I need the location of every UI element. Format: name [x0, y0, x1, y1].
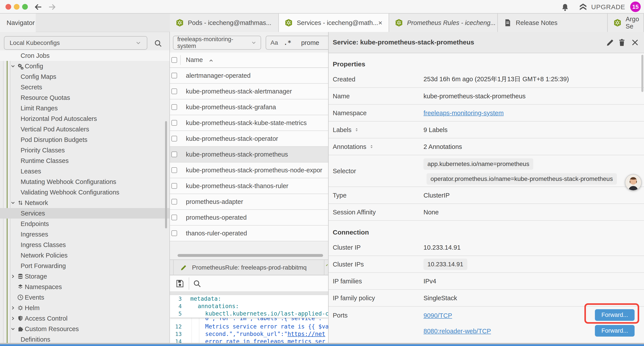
table-row[interactable]: kube-prometheus-stack-alertmanager: [170, 84, 328, 99]
table-row[interactable]: prometheus-operated: [170, 210, 328, 226]
sidebar-item-events[interactable]: Events: [0, 292, 170, 303]
tab-argo-se[interactable]: Argo Se: [608, 13, 644, 32]
sidebar-item-access-control[interactable]: Access Control: [0, 313, 170, 324]
match-case-toggle[interactable]: Aa: [270, 39, 278, 46]
regex-toggle[interactable]: .*: [284, 39, 292, 46]
table-row[interactable]: kube-prometheus-stack-grafana: [170, 99, 328, 115]
sidebar-item-secrets[interactable]: Secrets: [0, 82, 170, 92]
editor-tab-prometheusrule[interactable]: PrometheusRule: freeleaps-prod-rabbitmq: [173, 260, 324, 275]
sidebar-item-config-maps[interactable]: Config Maps: [0, 71, 170, 82]
tab-services-icecheng-math[interactable]: Services - icecheng@math...×: [279, 13, 389, 32]
sidebar-item-custom-resources[interactable]: Custom Resources: [0, 324, 170, 334]
sidebar-search-icon[interactable]: [154, 39, 162, 47]
sidebar-item-vertical-pod-autoscalers[interactable]: Vertical Pod Autoscalers: [0, 124, 170, 134]
table-row[interactable]: kube-prometheus-stack-kube-state-metrics: [170, 115, 328, 131]
sidebar-item-port-forwarding[interactable]: Port Forwarding: [0, 261, 170, 271]
close-tab-icon[interactable]: ×: [376, 18, 385, 27]
editor-search-icon[interactable]: [193, 279, 202, 288]
panel-scrollbar[interactable]: [641, 55, 643, 92]
minimize-window-button[interactable]: [14, 4, 20, 10]
sidebar-item-limit-ranges[interactable]: Limit Ranges: [0, 103, 170, 113]
table-row[interactable]: prometheus-adapter: [170, 194, 328, 210]
sidebar-scrollbar[interactable]: [165, 121, 167, 228]
chevron-down-icon[interactable]: [10, 326, 16, 332]
chevron-down-icon[interactable]: [10, 200, 16, 206]
row-checkbox[interactable]: [172, 152, 177, 157]
sidebar-item-pod-disruption-budgets[interactable]: Pod Disruption Budgets: [0, 134, 170, 145]
sidebar-item-mutating-webhook-configurations[interactable]: Mutating Webhook Configurations: [0, 177, 170, 187]
editor-tab-partial[interactable]: [326, 264, 328, 266]
table-row[interactable]: kube-prometheus-stack-operator: [170, 131, 328, 147]
row-checkbox[interactable]: [172, 136, 177, 141]
tab-navigator[interactable]: Navigator: [0, 13, 36, 32]
row-checkbox[interactable]: [172, 88, 177, 94]
table-row[interactable]: kube-prometheus-stack-prometheus-node-ex…: [170, 162, 328, 178]
sort-ascending-icon[interactable]: [208, 58, 214, 63]
edit-pencil-icon[interactable]: [606, 38, 615, 47]
tab-release-notes[interactable]: Release Notes: [498, 13, 608, 32]
sort-updown-icon[interactable]: [354, 127, 359, 132]
sidebar-item-storage[interactable]: Storage: [0, 271, 170, 282]
row-checkbox[interactable]: [172, 120, 177, 126]
table-row[interactable]: kube-prometheus-stack-prometheus: [170, 147, 328, 162]
workspace-column: freeleaps-monitoring-system Aa .* prome …: [170, 32, 328, 346]
port-link[interactable]: 9090/TCP: [424, 312, 452, 319]
row-checkbox[interactable]: [172, 230, 177, 236]
port-link[interactable]: 8080:reloader-web/TCP: [424, 328, 491, 335]
sidebar-item-network[interactable]: Network: [0, 198, 170, 208]
name-column-header[interactable]: Name: [186, 56, 203, 63]
chevron-down-icon[interactable]: [10, 63, 16, 69]
tab-prometheus-rules-icecheng[interactable]: Prometheus Rules - icecheng...: [389, 13, 498, 32]
horizontal-scrollbar[interactable]: [178, 254, 323, 257]
resource-search-input[interactable]: Aa .* prome: [266, 36, 328, 50]
bell-icon[interactable]: [561, 3, 570, 12]
row-checkbox[interactable]: [172, 73, 177, 78]
sidebar-item-runtime-classes[interactable]: Runtime Classes: [0, 155, 170, 166]
zoom-window-button[interactable]: [22, 4, 28, 10]
sidebar-item-cron-jobs[interactable]: Cron Jobs: [0, 50, 170, 61]
row-checkbox[interactable]: [172, 183, 177, 189]
sidebar-item-resource-quotas[interactable]: Resource Quotas: [0, 92, 170, 103]
row-checkbox[interactable]: [172, 215, 177, 220]
namespace-link[interactable]: freeleaps-monitoring-system: [424, 109, 504, 116]
chevron-right-icon[interactable]: [10, 305, 16, 311]
chevron-right-icon[interactable]: [10, 274, 16, 279]
sidebar-item-network-policies[interactable]: Network Policies: [0, 250, 170, 261]
row-checkbox[interactable]: [172, 199, 177, 205]
sidebar-item-ingresses[interactable]: Ingresses: [0, 229, 170, 240]
table-row[interactable]: kube-prometheus-stack-thanos-ruler: [170, 178, 328, 194]
kubeconfig-select[interactable]: Local Kubeconfigs: [4, 36, 147, 50]
user-avatar[interactable]: [625, 174, 642, 191]
notification-badge[interactable]: 15: [630, 1, 641, 12]
sidebar-item-leases[interactable]: Leases: [0, 166, 170, 177]
sidebar-item-horizontal-pod-autoscalers[interactable]: Horizontal Pod Autoscalers: [0, 113, 170, 124]
sidebar-item-ingress-classes[interactable]: Ingress Classes: [0, 240, 170, 250]
upgrade-label[interactable]: UPGRADE: [591, 3, 625, 11]
sidebar-item-namespaces[interactable]: Namespaces: [0, 282, 170, 292]
upgrade-chevrons-icon[interactable]: [579, 3, 588, 11]
sidebar-item-helm[interactable]: Helm: [0, 303, 170, 313]
sidebar-item-endpoints[interactable]: Endpoints: [0, 219, 170, 229]
sidebar-item-validating-webhook-configurations[interactable]: Validating Webhook Configurations: [0, 187, 170, 198]
sidebar-item-priority-classes[interactable]: Priority Classes: [0, 145, 170, 155]
yaml-editor[interactable]: 3metadata:4annotations:5kubectl.kubernet…: [170, 295, 328, 346]
forward-button[interactable]: Forward...: [595, 325, 634, 337]
row-checkbox[interactable]: [172, 167, 177, 173]
namespace-select[interactable]: freeleaps-monitoring-system: [173, 36, 261, 50]
delete-trash-icon[interactable]: [618, 38, 626, 47]
sidebar-item-services[interactable]: Services: [0, 208, 170, 219]
close-icon[interactable]: [631, 38, 640, 47]
forward-arrow-icon[interactable]: [48, 3, 56, 11]
sidebar-item-config[interactable]: Config: [0, 61, 170, 71]
chevron-right-icon[interactable]: [10, 316, 16, 321]
select-all-checkbox[interactable]: [172, 57, 177, 63]
table-row[interactable]: thanos-ruler-operated: [170, 226, 328, 241]
code-link[interactable]: https://net: [288, 331, 325, 337]
save-icon[interactable]: [175, 279, 184, 288]
close-window-button[interactable]: [6, 4, 11, 10]
row-checkbox[interactable]: [172, 104, 177, 110]
back-arrow-icon[interactable]: [34, 3, 43, 11]
sort-updown-icon[interactable]: [369, 144, 374, 149]
tab-pods-icecheng-mathmas[interactable]: Pods - icecheng@mathmas...: [170, 13, 279, 32]
table-row[interactable]: alertmanager-operated: [170, 68, 328, 84]
